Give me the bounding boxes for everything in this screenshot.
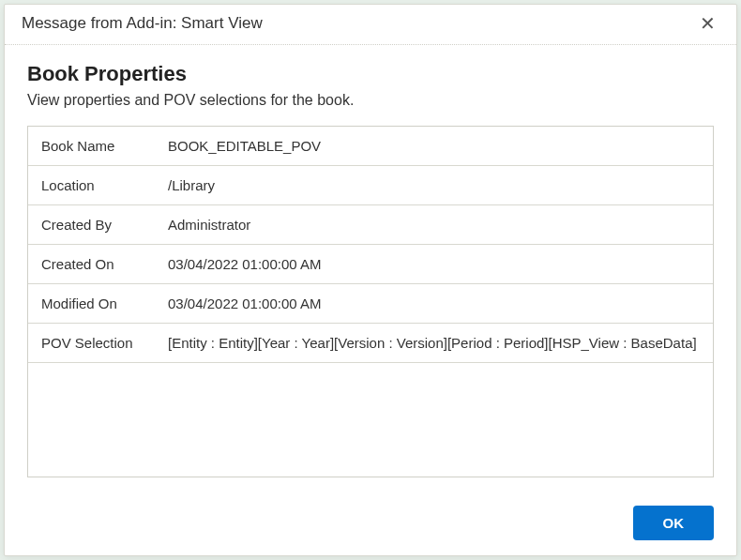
prop-value-pov-selection: [Entity : Entity][Year : Year][Version :… — [164, 324, 713, 362]
prop-label-created-by: Created By — [28, 205, 164, 244]
dialog-title: Message from Add-in: Smart View — [22, 14, 263, 33]
table-row: POV Selection [Entity : Entity][Year : Y… — [28, 324, 713, 363]
prop-label-modified-on: Modified On — [28, 284, 164, 323]
table-row: Location /Library — [28, 166, 713, 205]
prop-value-created-by: Administrator — [164, 205, 713, 244]
titlebar: Message from Add-in: Smart View ✕ — [5, 5, 736, 45]
table-row: Modified On 03/04/2022 01:00:00 AM — [28, 284, 713, 324]
ok-button[interactable]: OK — [633, 506, 715, 540]
dialog: Message from Add-in: Smart View ✕ Book P… — [4, 4, 737, 556]
prop-value-location: /Library — [164, 166, 713, 204]
prop-value-book-name: BOOK_EDITABLE_POV — [164, 127, 713, 165]
table-row: Created By Administrator — [28, 205, 713, 245]
page-heading: Book Properties — [27, 62, 714, 86]
table-row: Created On 03/04/2022 01:00:00 AM — [28, 245, 713, 284]
properties-table: Book Name BOOK_EDITABLE_POV Location /Li… — [27, 126, 714, 477]
close-button[interactable]: ✕ — [696, 14, 719, 33]
page-subheading: View properties and POV selections for t… — [27, 92, 714, 109]
table-row: Book Name BOOK_EDITABLE_POV — [28, 127, 713, 166]
dialog-footer: OK — [5, 492, 736, 555]
prop-label-pov-selection: POV Selection — [28, 324, 164, 362]
prop-value-modified-on: 03/04/2022 01:00:00 AM — [164, 284, 713, 323]
prop-value-created-on: 03/04/2022 01:00:00 AM — [164, 245, 713, 283]
content-area: Book Properties View properties and POV … — [5, 45, 736, 492]
prop-label-location: Location — [28, 166, 164, 204]
prop-label-book-name: Book Name — [28, 127, 164, 165]
table-spacer — [28, 363, 713, 419]
prop-label-created-on: Created On — [28, 245, 164, 283]
close-icon: ✕ — [700, 13, 716, 34]
